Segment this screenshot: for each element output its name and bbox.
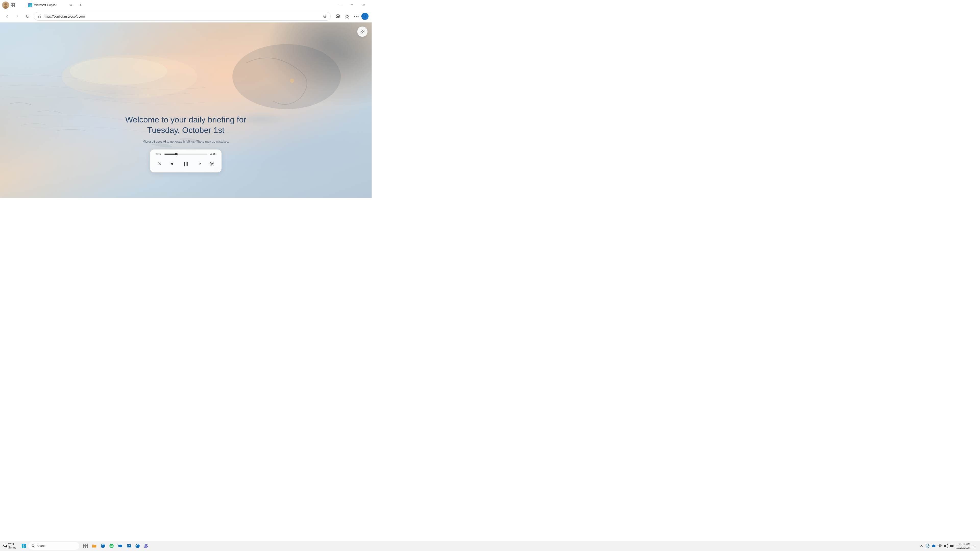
minimize-button[interactable]: — [334,1,346,9]
tab-title: Microsoft Copilot [34,3,67,7]
svg-point-22 [211,163,213,165]
svg-rect-21 [199,163,199,165]
main-content: Welcome to your daily briefing for Tuesd… [0,22,372,198]
audio-player: 0:12 -4:00 [150,149,221,172]
enhance-icon[interactable] [323,14,327,18]
lock-icon [38,14,41,18]
tab-group-icon[interactable] [10,3,15,8]
current-time: 0:12 [155,152,162,156]
url-text: https://copilot.microsoft.com [44,14,321,18]
window-controls: — □ ✕ [334,1,369,9]
active-tab[interactable]: Microsoft Copilot ✕ [25,1,76,10]
pause-button[interactable] [180,158,191,169]
svg-rect-18 [172,163,173,165]
enhance-button[interactable] [334,12,342,21]
maximize-button[interactable]: □ [346,1,358,9]
more-options-button[interactable] [352,12,360,21]
progress-fill [164,154,177,155]
svg-point-11 [354,16,355,17]
browser-chrome: Microsoft Copilot ✕ + — □ ✕ [0,0,372,22]
progress-bar[interactable] [164,154,207,155]
hero-title: Welcome to your daily briefing for Tuesd… [109,114,262,136]
total-time: -4:00 [209,152,216,156]
svg-rect-19 [184,162,185,166]
svg-point-17 [290,79,294,83]
url-bar[interactable]: https://copilot.microsoft.com [34,12,331,21]
back-button[interactable] [3,12,11,21]
svg-point-12 [356,16,357,17]
close-player-button[interactable] [156,160,164,168]
browser-actions [334,12,369,21]
svg-rect-5 [11,5,13,7]
svg-rect-3 [11,3,13,5]
svg-point-16 [232,44,341,109]
hero-section: Welcome to your daily briefing for Tuesd… [109,114,262,172]
copilot-favicon [28,3,32,7]
svg-rect-8 [38,16,41,18]
progress-row: 0:12 -4:00 [155,152,216,156]
tab-bar: Microsoft Copilot ✕ + — □ ✕ [0,0,372,10]
edit-button[interactable] [357,27,368,37]
svg-rect-4 [13,3,14,5]
new-tab-button[interactable]: + [77,2,84,9]
svg-point-15 [70,58,167,85]
refresh-button[interactable] [24,12,32,21]
edge-profile-icon[interactable] [361,13,369,20]
settings-button[interactable] [208,160,216,168]
close-button[interactable]: ✕ [358,1,369,9]
controls-row [155,158,216,169]
tab-close-button[interactable]: ✕ [69,3,73,7]
svg-point-1 [4,3,7,6]
hero-subtitle: Microsoft uses AI to generate briefings.… [109,140,262,143]
forward-button[interactable] [13,12,21,21]
forward-button[interactable] [196,160,204,168]
svg-rect-20 [186,162,188,166]
svg-point-13 [358,16,359,17]
svg-rect-6 [13,5,14,7]
favorites-button[interactable] [343,12,351,21]
user-avatar[interactable] [2,2,9,9]
address-bar: https://copilot.microsoft.com [0,10,372,22]
rewind-button[interactable] [168,160,176,168]
